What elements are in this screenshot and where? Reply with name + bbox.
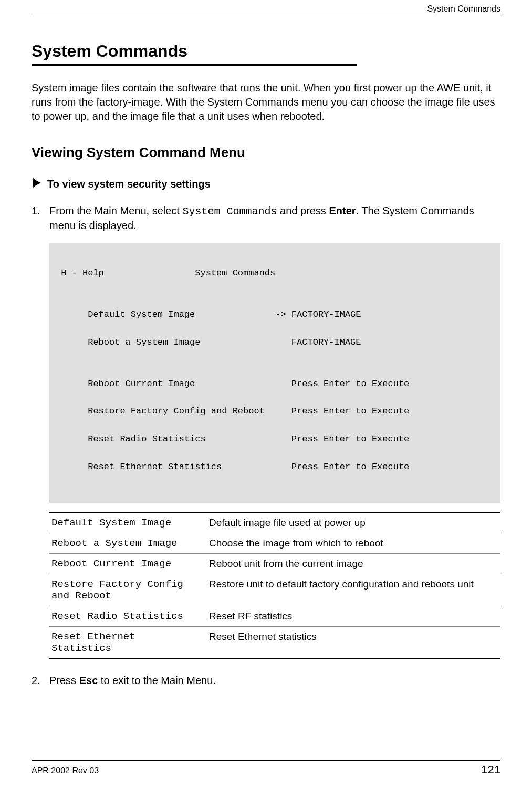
table-row: Reboot Current Image Reboot unit from th… — [49, 554, 500, 574]
footer-revision: APR 2002 Rev 03 — [32, 766, 99, 775]
step-1-text: From the Main Menu, select System Comman… — [49, 204, 500, 233]
terminal-screenshot: H - Help System Commands Default System … — [49, 243, 500, 503]
step-1-key: Enter — [329, 205, 356, 216]
def-desc: Reboot unit from the current image — [209, 558, 500, 570]
step-2-text-b: to exit to the Main Menu. — [98, 675, 216, 686]
page-title: System Commands — [32, 42, 500, 61]
page-footer: APR 2002 Rev 03 121 — [32, 760, 500, 777]
terminal-line: Reboot a System Image FACTORY-IMAGE — [56, 336, 494, 349]
def-term: Restore Factory Config and Reboot — [51, 578, 199, 602]
def-desc: Choose the image from which to reboot — [209, 537, 500, 549]
table-row: Reset Ethernet Statistics Reset Ethernet… — [49, 627, 500, 658]
definitions-table: Default System Image Default image file … — [49, 512, 500, 659]
step-1-mono: System Commands — [182, 205, 277, 218]
def-desc: Reset RF statistics — [209, 611, 500, 622]
def-desc: Reset Ethernet statistics — [209, 631, 500, 654]
step-number: 2. — [32, 674, 42, 688]
def-term: Default System Image — [51, 517, 199, 529]
running-header: System Commands — [32, 0, 500, 15]
table-row: Default System Image Default image file … — [49, 513, 500, 533]
task-label: To view system security settings — [47, 178, 211, 190]
step-2: 2. Press Esc to exit to the Main Menu. — [32, 674, 500, 688]
section-heading: Viewing System Command Menu — [32, 144, 500, 161]
pointer-icon — [32, 177, 42, 191]
def-term: Reboot a System Image — [51, 537, 199, 549]
table-row: Reboot a System Image Choose the image f… — [49, 533, 500, 554]
step-1: 1. From the Main Menu, select System Com… — [32, 204, 500, 233]
table-row: Reset Radio Statistics Reset RF statisti… — [49, 606, 500, 627]
terminal-line: Default System Image -> FACTORY-IMAGE — [56, 308, 494, 322]
terminal-line: Restore Factory Config and Reboot Press … — [56, 405, 494, 418]
terminal-line: Reset Radio Statistics Press Enter to Ex… — [56, 432, 494, 446]
def-desc: Default image file used at power up — [209, 517, 500, 529]
step-2-key: Esc — [79, 675, 98, 686]
def-term: Reset Radio Statistics — [51, 611, 199, 622]
svg-marker-0 — [33, 178, 41, 188]
def-term: Reset Ethernet Statistics — [51, 631, 199, 654]
terminal-line: Reset Ethernet Statistics Press Enter to… — [56, 460, 494, 474]
step-2-text: Press Esc to exit to the Main Menu. — [49, 674, 216, 688]
step-1-text-b: and press — [277, 205, 329, 216]
step-number: 1. — [32, 204, 42, 233]
terminal-header: H - Help System Commands — [56, 266, 494, 280]
def-term: Reboot Current Image — [51, 558, 199, 570]
task-heading: To view system security settings — [32, 177, 500, 191]
page-number: 121 — [481, 763, 500, 777]
step-1-text-a: From the Main Menu, select — [49, 205, 182, 216]
intro-paragraph: System image files contain the software … — [32, 81, 500, 123]
step-2-text-a: Press — [49, 675, 79, 686]
table-row: Restore Factory Config and Reboot Restor… — [49, 574, 500, 606]
terminal-line: Reboot Current Image Press Enter to Exec… — [56, 377, 494, 391]
title-rule — [32, 64, 357, 66]
def-desc: Restore unit to default factory configur… — [209, 578, 500, 602]
